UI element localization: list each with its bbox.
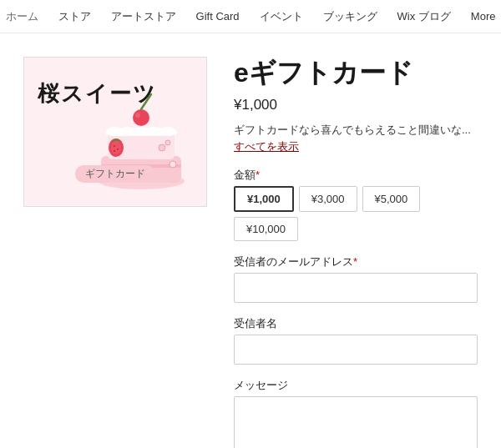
main-content: 桜スイーツ ギフトカード eギフトカード ¥1,000 ギフトカードなら喜んでも…: [0, 33, 501, 448]
svg-point-15: [170, 161, 176, 168]
email-label: 受信者のメールアドレス*: [234, 254, 478, 269]
nav-item-booking[interactable]: ブッキング: [315, 0, 386, 33]
product-image: 桜スイーツ ギフトカード: [24, 58, 206, 206]
recipient-name-label: 受信者名: [234, 316, 478, 331]
email-input[interactable]: [234, 273, 478, 303]
gift-card-label: ギフトカード: [75, 165, 155, 183]
nav-item-gift-card[interactable]: Gift Card: [188, 0, 248, 33]
svg-point-9: [111, 141, 121, 154]
svg-point-14: [165, 140, 170, 145]
amount-label: 金額*: [234, 168, 478, 183]
amount-btn-1000[interactable]: ¥1,000: [234, 186, 294, 212]
svg-point-6: [133, 109, 149, 126]
nav-item-more[interactable]: More: [463, 0, 501, 33]
nav-item-store[interactable]: ストア: [50, 0, 99, 33]
main-nav: ホーム ストア アートストア Gift Card イベント ブッキング Wix …: [0, 0, 501, 33]
email-field-wrapper: 受信者のメールアドレス*: [234, 249, 478, 303]
product-info: eギフトカード ¥1,000 ギフトカードなら喜んでもらえること間違いな... …: [234, 57, 478, 448]
nav-item-home[interactable]: ホーム: [0, 0, 47, 33]
recipient-name-field: 受信者名: [234, 311, 478, 365]
amount-btn-3000[interactable]: ¥3,000: [299, 186, 357, 212]
svg-point-12: [114, 150, 115, 152]
svg-point-13: [159, 144, 165, 151]
svg-rect-4: [108, 128, 175, 136]
recipient-name-input[interactable]: [234, 335, 478, 365]
product-title: eギフトカード: [234, 57, 478, 88]
svg-point-11: [117, 148, 119, 150]
svg-point-10: [114, 145, 115, 147]
product-desc: ギフトカードなら喜んでもらえること間違いな... すべてを表示: [234, 122, 478, 154]
amount-options: ¥1,000 ¥3,000 ¥5,000 ¥10,000: [234, 186, 478, 241]
svg-point-7: [135, 113, 140, 118]
store-title: 桜スイーツ: [38, 81, 157, 107]
cake-illustration: [24, 58, 207, 207]
nav-item-events[interactable]: イベント: [251, 0, 311, 33]
product-desc-text: ギフトカードなら喜んでもらえること間違いな...: [234, 123, 471, 136]
amount-btn-5000[interactable]: ¥5,000: [362, 186, 421, 212]
show-all-link[interactable]: すべてを表示: [234, 140, 299, 153]
product-image-wrapper: 桜スイーツ ギフトカード: [23, 57, 207, 207]
message-input[interactable]: [234, 396, 478, 448]
nav-item-wix-blog[interactable]: Wix ブログ: [389, 0, 459, 33]
message-field: メッセージ: [234, 373, 478, 448]
amount-field: 金額* ¥1,000 ¥3,000 ¥5,000 ¥10,000: [234, 163, 478, 241]
nav-item-art-store[interactable]: アートストア: [103, 0, 185, 33]
email-required: *: [353, 255, 357, 268]
amount-btn-10000[interactable]: ¥10,000: [234, 217, 298, 241]
message-label: メッセージ: [234, 378, 478, 393]
amount-required: *: [256, 169, 260, 181]
product-price: ¥1,000: [234, 97, 478, 113]
